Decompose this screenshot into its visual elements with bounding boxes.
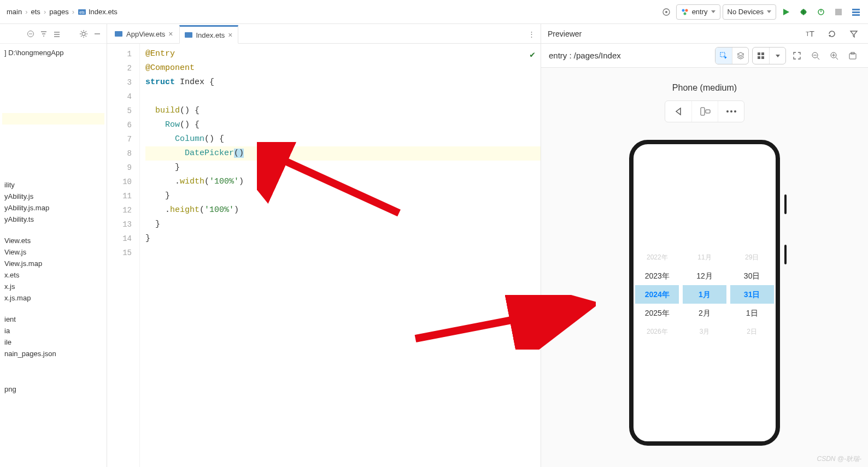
list-item[interactable] — [2, 113, 104, 125]
debug-button[interactable] — [796, 4, 811, 20]
back-button[interactable] — [665, 101, 691, 122]
breadcrumb-item[interactable]: ets Index.ets — [75, 8, 120, 16]
day-column[interactable]: 29日 30日 31日 1日 2日 — [730, 248, 774, 341]
line-number: 6 — [107, 118, 139, 132]
editor[interactable]: 1 2 3 4 5 6 7 8 9 10 11 12 13 14 15 ✔ @E… — [107, 44, 541, 467]
ets-file-icon — [184, 31, 193, 39]
previewer-entry-bar: entry : /pages/Index — [541, 44, 868, 68]
more-icon[interactable] — [848, 4, 864, 20]
layers-icon[interactable] — [732, 48, 748, 64]
svg-line-25 — [86, 31, 87, 32]
editor-tab[interactable]: AppView.ets × — [109, 25, 179, 43]
close-icon[interactable]: × — [168, 29, 173, 38]
stop-button[interactable] — [831, 4, 846, 20]
device-label: No Devices — [728, 8, 764, 16]
list-item[interactable]: png — [2, 383, 104, 395]
breadcrumb-item[interactable]: pages — [47, 8, 71, 16]
phone-side-button — [784, 245, 787, 264]
line-number: 11 — [107, 189, 139, 203]
run-button[interactable] — [778, 4, 794, 20]
text-size-icon[interactable]: TT — [802, 26, 818, 42]
month-column[interactable]: 11月 12月 1月 2月 3月 — [683, 248, 726, 341]
fullscreen-icon[interactable] — [789, 48, 805, 63]
gear-icon[interactable] — [79, 29, 88, 38]
screenshot-icon[interactable] — [845, 48, 860, 63]
list-item[interactable]: x.js.map — [2, 292, 104, 304]
expand-icon[interactable] — [40, 30, 48, 38]
list-item[interactable]: x.js — [2, 281, 104, 292]
svg-point-17 — [82, 32, 85, 36]
tab-label: Index.ets — [196, 31, 225, 39]
zoom-out-icon[interactable] — [808, 48, 823, 63]
collapse-icon[interactable] — [27, 30, 34, 38]
project-tree[interactable]: ] D:\hongmengApp ility yAbility.js yAbil… — [0, 44, 107, 398]
checkmark-icon: ✔ — [530, 48, 535, 62]
list-item[interactable]: ility — [2, 179, 104, 191]
svg-point-5 — [685, 9, 688, 11]
device-selector[interactable]: No Devices — [723, 4, 776, 20]
chevron-down-icon[interactable] — [769, 48, 785, 64]
svg-point-53 — [734, 110, 736, 113]
list-item[interactable]: View.js.map — [2, 258, 104, 269]
svg-rect-27 — [115, 31, 122, 37]
filter-icon[interactable] — [846, 26, 861, 42]
top-toolbar: entry No Devices — [659, 4, 864, 20]
svg-line-24 — [81, 36, 82, 37]
tab-overflow-icon[interactable]: ⋮ — [523, 25, 541, 43]
minimize-icon[interactable] — [93, 30, 101, 38]
line-number: 13 — [107, 217, 139, 232]
inspector-icon[interactable] — [715, 48, 732, 64]
rotate-button[interactable] — [691, 101, 718, 122]
tree-root[interactable]: ] D:\hongmengApp — [2, 47, 104, 58]
svg-marker-7 — [783, 9, 789, 15]
line-number: 4 — [107, 90, 139, 104]
phone-preview[interactable]: 2022年 2023年 2024年 2025年 2026年 11月 12月 1月… — [629, 140, 780, 446]
chevron-down-icon — [711, 10, 715, 13]
editor-tab[interactable]: Index.ets × — [179, 25, 239, 44]
line-number: 15 — [107, 246, 139, 260]
line-number: 14 — [107, 232, 139, 246]
grid-icon[interactable] — [753, 48, 769, 64]
breadcrumb-item[interactable]: main — [4, 8, 24, 16]
line-number: 3 — [107, 75, 139, 90]
target-icon[interactable] — [659, 4, 674, 20]
svg-rect-50 — [706, 110, 710, 113]
line-number: 12 — [107, 203, 139, 217]
options-icon[interactable] — [53, 30, 61, 38]
close-icon[interactable]: × — [228, 31, 232, 39]
year-column[interactable]: 2022年 2023年 2024年 2025年 2026年 — [635, 248, 679, 341]
code-area[interactable]: ✔ @Entry @Component struct Index { build… — [140, 44, 541, 467]
more-button[interactable] — [718, 101, 744, 122]
svg-rect-12 — [835, 9, 842, 15]
list-item[interactable]: x.ets — [2, 269, 104, 281]
svg-text:ets: ets — [79, 10, 85, 14]
svg-point-51 — [726, 110, 729, 113]
list-item[interactable]: yAbility.ts — [2, 214, 104, 225]
project-panel: ] D:\hongmengApp ility yAbility.js yAbil… — [0, 24, 107, 467]
list-item[interactable]: View.js — [2, 246, 104, 258]
list-item[interactable]: ia — [2, 325, 104, 336]
module-label: entry — [692, 8, 708, 16]
chevron-down-icon — [767, 10, 771, 13]
svg-rect-28 — [185, 32, 192, 38]
refresh-icon[interactable] — [824, 26, 840, 42]
list-item[interactable]: yAbility.js — [2, 191, 104, 202]
grid-toggle[interactable] — [752, 47, 786, 64]
svg-point-6 — [683, 12, 686, 15]
list-item[interactable]: ient — [2, 314, 104, 325]
module-selector[interactable]: entry — [676, 4, 720, 20]
list-item[interactable]: ile — [2, 336, 104, 348]
zoom-in-icon[interactable] — [826, 48, 842, 63]
svg-line-23 — [86, 36, 87, 37]
list-item[interactable]: yAbility.js.map — [2, 202, 104, 214]
inspect-toggle[interactable] — [715, 47, 749, 64]
profile-button[interactable] — [813, 4, 829, 20]
gutter: 1 2 3 4 5 6 7 8 9 10 11 12 13 14 15 — [107, 44, 140, 467]
date-picker[interactable]: 2022年 2023年 2024年 2025年 2026年 11月 12月 1月… — [634, 248, 776, 341]
list-item[interactable]: nain_pages.json — [2, 348, 104, 359]
breadcrumb-item[interactable]: ets — [29, 8, 43, 16]
svg-line-41 — [817, 57, 819, 60]
list-item[interactable]: View.ets — [2, 235, 104, 246]
breadcrumb-bar: main › ets › pages › ets Index.ets entry… — [0, 0, 868, 24]
project-toolbar — [0, 24, 107, 44]
